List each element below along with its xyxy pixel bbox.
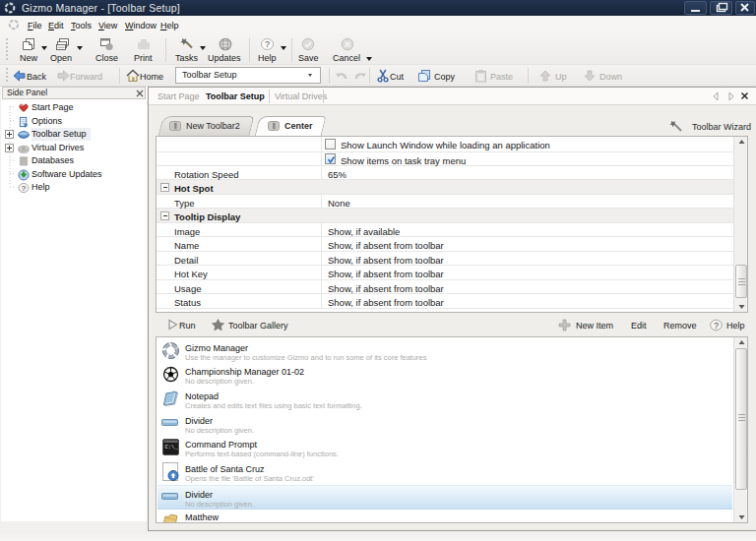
svg-text:?: ? bbox=[714, 321, 719, 331]
svg-text:?: ? bbox=[22, 184, 27, 193]
svg-text:C:\_: C:\_ bbox=[165, 444, 179, 451]
svg-text:?: ? bbox=[265, 39, 270, 49]
